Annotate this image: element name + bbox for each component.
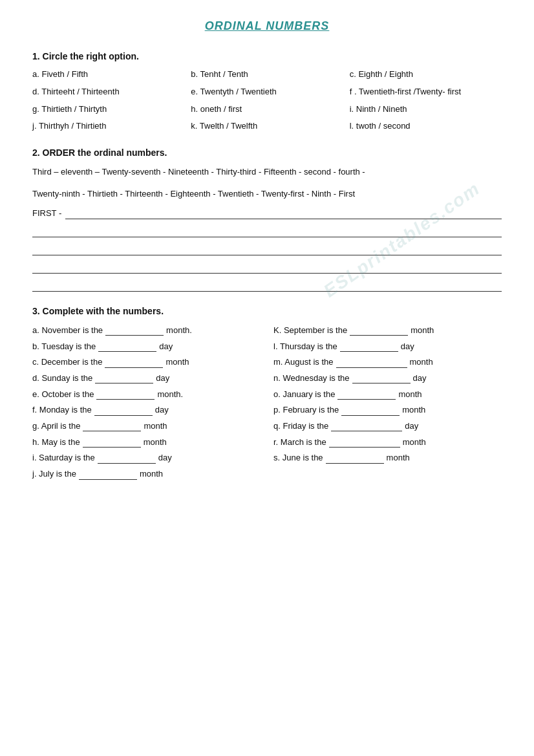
section-3: 3. Complete with the numbers. a. Novembe… — [32, 306, 502, 482]
item-g: g. Thirtieth / Thirtyth — [32, 103, 184, 116]
blank-3d[interactable] — [95, 373, 153, 383]
answer-line-2 — [32, 226, 502, 237]
item-3c: c. December is the month — [32, 354, 261, 371]
item-b: b. Tenht / Tenth — [191, 68, 343, 81]
blank-3r[interactable] — [329, 437, 400, 448]
item-j: j. Thirthyh / Thirtieth — [32, 120, 184, 133]
section-1-grid: a. Fiveth / Fifth b. Tenht / Tenth c. Ei… — [32, 68, 502, 133]
blank-3p[interactable] — [341, 405, 400, 416]
blank-3m[interactable] — [336, 358, 407, 368]
item-3K: K. September is the month — [273, 323, 502, 339]
item-3i: i. Saturday is the day — [32, 450, 261, 466]
blank-3i[interactable] — [98, 453, 156, 464]
answer-lines: FIRST - — [32, 208, 502, 292]
blank-3s[interactable] — [326, 453, 384, 464]
section-1-heading: 1. Circle the right option. — [32, 51, 502, 61]
blank-3l[interactable] — [340, 341, 398, 352]
blank-3o[interactable] — [337, 389, 396, 400]
item-i: i. Ninth / Nineth — [350, 103, 502, 116]
left-col: a. November is the month. b. Tuesday is … — [32, 323, 261, 482]
order-text-1: Third – eleventh – Twenty-seventh - Nine… — [32, 164, 502, 179]
item-3o: o. January is the month — [273, 387, 502, 403]
blank-3g[interactable] — [83, 421, 141, 431]
item-d: d. Thirteeht / Thirteenth — [32, 85, 184, 99]
item-3r: r. March is the month — [273, 435, 502, 451]
blank-3q[interactable] — [331, 421, 402, 431]
item-k: k. Twelth / Twelfth — [191, 120, 343, 133]
item-3j: j. July is the month — [32, 466, 261, 482]
item-a: a. Fiveth / Fifth — [32, 68, 184, 81]
item-3g: g. April is the month — [32, 418, 261, 435]
item-f: f . Twentieth-first /Twenty- first — [350, 85, 502, 99]
blank-3e[interactable] — [96, 389, 155, 400]
item-3p: p. February is the month — [273, 402, 502, 418]
blank-3c[interactable] — [105, 358, 163, 368]
blank-3h[interactable] — [83, 437, 141, 448]
item-l: l. twoth / second — [350, 120, 502, 133]
answer-line-3 — [32, 244, 502, 255]
item-3h: h. May is the month — [32, 435, 261, 451]
blank-3j[interactable] — [79, 470, 137, 480]
page-title: ORDINAL NUMBERS — [32, 19, 502, 33]
item-3b: b. Tuesday is the day — [32, 339, 261, 355]
blank-3K[interactable] — [350, 325, 408, 336]
item-3f: f. Monday is the day — [32, 402, 261, 418]
first-answer-line — [65, 208, 502, 219]
right-col: K. September is the month l. Thursday is… — [273, 323, 502, 482]
blank-3n[interactable] — [352, 373, 411, 383]
item-3n: n. Wednesday is the day — [273, 371, 502, 387]
section-3-heading: 3. Complete with the numbers. — [32, 306, 502, 316]
answer-line-5 — [32, 280, 502, 292]
item-3a: a. November is the month. — [32, 323, 261, 339]
blank-3a[interactable] — [105, 325, 164, 336]
blank-3b[interactable] — [98, 341, 156, 352]
item-3s: s. June is the month — [273, 450, 502, 466]
complete-grid: a. November is the month. b. Tuesday is … — [32, 323, 502, 482]
item-c: c. Eighth / Eighth — [350, 68, 502, 81]
item-3e: e. October is the month. — [32, 387, 261, 403]
section-1: 1. Circle the right option. a. Fiveth / … — [32, 51, 502, 133]
item-3d: d. Sunday is the day — [32, 371, 261, 387]
section-2-heading: 2. ORDER the ordinal numbers. — [32, 147, 502, 158]
first-label: FIRST - — [32, 208, 61, 219]
item-3m: m. August is the month — [273, 354, 502, 371]
section-2: 2. ORDER the ordinal numbers. Third – el… — [32, 147, 502, 292]
order-text-2: Twenty-ninth - Thirtieth - Thirteenth - … — [32, 186, 502, 201]
first-line: FIRST - — [32, 208, 502, 219]
item-3l: l. Thursday is the day — [273, 339, 502, 355]
item-e: e. Twentyth / Twentieth — [191, 85, 343, 99]
item-3q: q. Friday is the day — [273, 418, 502, 435]
answer-line-4 — [32, 262, 502, 274]
item-h: h. oneth / first — [191, 103, 343, 116]
blank-3f[interactable] — [94, 405, 153, 416]
